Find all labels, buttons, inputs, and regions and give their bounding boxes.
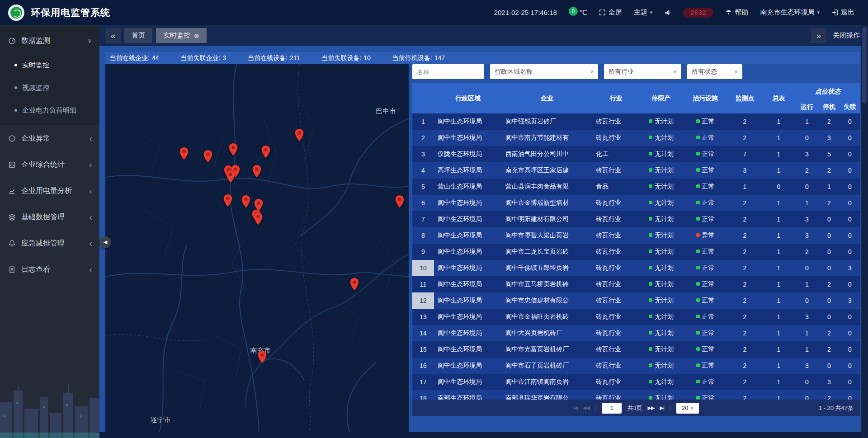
select-value: 所有行业 [609,68,634,76]
map-pin[interactable] [223,194,233,209]
map-pin[interactable] [226,170,236,185]
map-pin[interactable] [179,147,189,162]
page-input[interactable] [602,403,622,414]
table-row[interactable]: 4高坪生态环境局南充市高坪区王家店建砖瓦行业无计划正常31220 [412,162,860,179]
status-dot [696,363,700,367]
cell-lost: 0 [848,167,852,174]
table-row[interactable]: 5营山生态环境局营山县润丰肉食品有限食品无计划正常10010 [412,179,860,195]
cell-meter: 1 [777,199,781,207]
prev-page-button[interactable]: ◀◀ [583,405,590,411]
next-page-button[interactable]: ▶▶ [648,405,655,411]
page-size-value: 20 [682,405,688,411]
table-row[interactable]: 2阆中生态环境局阆中市南方节能建材有砖瓦行业无计划正常21030 [412,130,860,146]
cell-region: 阆中生态环境局 [438,231,482,239]
col-group-point-status: 点位状态 [796,83,860,100]
company-list-panel: 行政区域名称 ∨ 所有行业 ∨ 所有状态 ∨ [412,64,860,432]
table-row[interactable]: 13阆中生态环境局阆中市金福旺页岩机砖砖瓦行业无计划正常21300 [412,309,860,325]
cell-limit: 无计划 [655,345,674,353]
first-page-button[interactable]: |◀ [573,405,577,411]
map-pin[interactable] [294,128,304,144]
map-pin[interactable] [229,143,238,158]
sidebar-item-realtime-monitor[interactable]: 实时监控 [0,54,99,76]
status-dot [649,315,652,318]
map-pin[interactable] [349,278,359,293]
map-pin[interactable] [254,212,263,227]
tab-home[interactable]: 首页 [124,28,152,43]
tab-label: 首页 [132,31,145,40]
tab-scroll-right-button[interactable]: » [811,28,826,43]
table-row[interactable]: 9阆中生态环境局阆中市二龙长宝页岩砖砖瓦行业无计划正常21200 [412,244,860,260]
name-filter-input[interactable] [412,64,484,79]
map-pin[interactable] [261,145,270,160]
table-row[interactable]: 10阆中生态环境局阆中千佛镇五郎垭页岩砖瓦行业无计划正常21003 [412,260,860,276]
row-index: 10 [420,264,427,272]
map-pin[interactable] [257,350,267,366]
sidebar-section-company-statistics[interactable]: 企业综合统计 ‹ [0,151,99,178]
table-row[interactable]: 11阆中生态环境局阆中市五马桥页岩机砖砖瓦行业无计划正常21120 [412,276,860,292]
map-pin[interactable] [203,150,212,165]
stat-label: 当前失联企业: [180,54,220,62]
close-operations-button[interactable]: 关闭操作 [833,31,860,40]
sidebar-section-base-data[interactable]: 基础数据管理 ‹ [0,204,99,230]
table-row[interactable]: 8阆中生态环境局阆中市枣碧大梁山页岩砖瓦行业无计划异常21300 [412,227,860,244]
last-page-button[interactable]: ▶| [660,405,664,411]
cell-industry: 砖瓦行业 [596,134,621,141]
map-panel[interactable]: 巴中市南充市遂宁市 ◀ [105,64,409,432]
status-dot [696,233,700,237]
alert-count-badge[interactable]: 2632 [683,8,713,18]
skyline-decoration [0,370,99,438]
tab-realtime-monitor[interactable]: 实时监控 ⊗ [156,28,207,43]
cell-limit: 无计划 [655,150,674,157]
cell-facility: 正常 [702,264,715,271]
org-dropdown[interactable]: 南充市生态环境局 ▾ [760,8,820,17]
table-row[interactable]: 18南部生态环境局南部县瑞华页岩有限公砖瓦行业无计划正常21020 [412,390,860,400]
sidebar-section-emergency-reduction[interactable]: 应急减排管理 ‹ [0,230,99,256]
status-dot [649,201,652,204]
sidebar-section-data-monitoring[interactable]: 数据监测 ∨ [0,28,99,54]
region-select[interactable]: 行政区域名称 ∨ [490,64,598,79]
table-row[interactable]: 15阆中生态环境局阆中市光富页岩机砖厂砖瓦行业无计划正常21120 [412,341,860,358]
sidebar-section-company-abnormal[interactable]: 企业异常 ‹ [0,125,99,151]
table-row[interactable]: 12阆中生态环境局阆中市忠信建材有限公砖瓦行业无计划正常21003 [412,292,860,309]
map-pin[interactable] [395,195,404,210]
tab-close-icon[interactable]: ⊗ [194,32,199,39]
tab-scroll-left-button[interactable]: « [105,28,121,43]
sidebar-section-logs[interactable]: 日志查看 ‹ [0,256,99,283]
sidebar-item-power-load-detail[interactable]: 企业电力负荷明细 [0,99,99,122]
map-collapse-button[interactable]: ◀ [99,236,111,248]
sidebar-section-power-analysis[interactable]: 企业用电量分析 ‹ [0,178,99,204]
app-title: 环保用电监管系统 [31,6,110,19]
table-row[interactable]: 14阆中生态环境局阆中大兴页岩机砖厂砖瓦行业无计划正常21120 [412,325,860,341]
table-row[interactable]: 17阆中生态环境局阆中市江南镇阆南页岩砖瓦行业无计划正常21030 [412,374,860,390]
map-pin[interactable] [241,195,250,210]
speaker-button[interactable] [664,9,671,16]
industry-select[interactable]: 所有行业 ∨ [604,64,681,79]
scrollbar-thumb[interactable] [862,27,867,104]
fullscreen-button[interactable]: 全屏 [599,8,622,17]
cell-facility: 正常 [702,183,715,190]
cell-industry: 砖瓦行业 [596,329,621,336]
stat-label: 当前停机设备: [392,54,432,62]
cell-facility: 正常 [702,134,715,141]
status-dot [649,347,652,351]
table-row[interactable]: 7阆中生态环境局阆中明阳建材有限公司砖瓦行业无计划正常21300 [412,211,860,227]
row-index: 11 [420,281,427,288]
page-size-select[interactable]: 20 ∨ [676,403,699,414]
theme-dropdown[interactable]: 主题 ▾ [634,8,653,17]
table-row[interactable]: 16阆中生态环境局阆中市石子页岩机砖厂砖瓦行业无计划正常21300 [412,358,860,374]
pin-icon [395,195,404,208]
cell-lost: 0 [848,118,852,125]
table-row[interactable]: 3仪陇生态环境局西南油气田分公司川中化工无计划正常71350 [412,146,860,162]
map-pin[interactable] [252,165,261,180]
status-select[interactable]: 所有状态 ∨ [687,64,742,79]
stat-label: 当前在线设备: [248,54,288,62]
caret-down-icon: ▾ [650,9,653,15]
scrollbar[interactable] [861,25,868,438]
sidebar-item-video-monitor[interactable]: 视频监控 [0,76,99,99]
table-row[interactable]: 6阆中生态环境局阆中市金博瑞新型墙材砖瓦行业无计划正常21120 [412,195,860,211]
help-button[interactable]: 帮助 [725,8,748,17]
logout-button[interactable]: 退出 [831,8,854,17]
status-dot [649,282,652,286]
row-index: 7 [421,216,425,223]
table-row[interactable]: 1阆中生态环境局阆中强锐页岩砖厂砖瓦行业无计划正常21120 [412,113,860,130]
